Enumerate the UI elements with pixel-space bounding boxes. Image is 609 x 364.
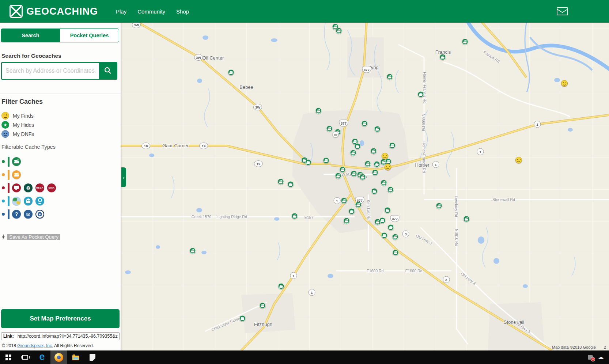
traditional-cache-marker[interactable] — [418, 91, 424, 98]
traditional-cache-marker[interactable] — [440, 54, 446, 60]
task-view-icon — [22, 355, 28, 360]
traditional-cache-marker[interactable] — [392, 234, 398, 240]
route-shield-19: 19 — [199, 143, 208, 149]
traditional-cache-marker[interactable] — [351, 171, 357, 177]
found-smiley-marker[interactable] — [385, 164, 391, 170]
traditional-cache-marker[interactable] — [335, 173, 341, 179]
traditional-cache-marker[interactable] — [393, 250, 399, 256]
filter-row-my-finds[interactable]: My Finds — [1, 111, 34, 120]
traditional-cache-marker[interactable] — [387, 74, 393, 80]
messages-envelope-icon[interactable] — [557, 7, 568, 15]
road-label: Kerr Lab Rd — [366, 200, 371, 221]
sidebar-collapse-chevron-icon[interactable]: ‹ — [121, 167, 126, 187]
firefox-icon-tile[interactable] — [50, 350, 67, 364]
traditional-cache-marker[interactable] — [372, 170, 378, 176]
traditional-cache-marker[interactable] — [239, 315, 246, 322]
filter-caches-heading: Filter Caches — [1, 98, 43, 106]
geocaching-logo[interactable]: GEOCACHING — [10, 5, 98, 18]
webcam-cache-icon[interactable] — [35, 197, 44, 205]
traditional-cache-marker[interactable] — [260, 303, 266, 309]
traditional-cache-marker[interactable] — [341, 198, 347, 204]
earthcache-cache-icon[interactable] — [12, 197, 21, 205]
letterbox-cache-icon[interactable]: ✉ — [24, 210, 33, 219]
task-view-icon-tile[interactable] — [17, 350, 34, 364]
nav-item-community[interactable]: Community — [132, 5, 171, 18]
traditional-cache-marker[interactable] — [349, 208, 355, 215]
town-label-fitzhugh: Fitzhugh — [254, 322, 272, 327]
traditional-cache-marker[interactable] — [355, 143, 361, 149]
traditional-cache-marker[interactable] — [278, 179, 284, 185]
traditional-cache-marker[interactable] — [326, 126, 333, 132]
filter-row-my-hides[interactable]: ★My Hides — [1, 120, 34, 129]
search-input[interactable] — [2, 63, 99, 79]
traditional-cache-marker[interactable] — [371, 188, 378, 194]
traditional-cache-marker[interactable] — [278, 283, 284, 289]
traditional-cache-marker[interactable] — [371, 148, 377, 154]
search-row — [1, 62, 117, 80]
set-map-preferences-button[interactable]: Set Map Preferences — [1, 309, 120, 328]
multi-cache-icon[interactable] — [12, 170, 21, 179]
traditional-cache-marker[interactable] — [365, 161, 371, 167]
traditional-cache-marker[interactable] — [388, 224, 394, 231]
map-link-input[interactable] — [16, 333, 119, 340]
site-header: GEOCACHING PlayCommunityShop — [0, 0, 609, 23]
tab-pocket-queries[interactable]: Pocket Queries — [60, 29, 119, 42]
traditional-cache-marker[interactable] — [362, 121, 368, 127]
found-smiley-marker[interactable] — [382, 153, 388, 159]
traditional-cache-marker[interactable] — [385, 207, 391, 213]
traditional-cache-marker[interactable] — [288, 181, 294, 187]
tray-app-error-icon[interactable] — [588, 355, 593, 360]
edge-icon-tile[interactable]: e — [34, 350, 50, 364]
mega-cache-icon[interactable]: MEGA — [35, 183, 44, 192]
traditional-cache-marker[interactable] — [228, 69, 234, 76]
groundspeak-link[interactable]: Groundspeak, Inc. — [17, 343, 53, 348]
file-explorer-icon-tile[interactable] — [67, 350, 84, 364]
map-canvas[interactable]: Oil CenterByngBebeeGaar CornerAdaHomerFr… — [121, 23, 609, 350]
traditional-cache-marker[interactable] — [387, 187, 394, 193]
giga-cache-icon[interactable]: GIGA — [47, 183, 56, 192]
traditional-cache-marker[interactable] — [374, 161, 380, 167]
disabled-cache-marker[interactable] — [333, 132, 339, 138]
wherigo-cache-icon[interactable] — [35, 210, 44, 219]
search-button[interactable] — [99, 63, 117, 79]
traditional-cache-marker[interactable] — [375, 219, 381, 225]
save-as-pocket-query[interactable]: Save As Pocket Query — [1, 234, 60, 240]
virtual-cache-icon[interactable] — [24, 197, 33, 205]
frown-dnf-icon — [1, 130, 9, 138]
traditional-cache-marker[interactable] — [374, 126, 381, 132]
traditional-cache-marker[interactable] — [381, 180, 387, 186]
onedrive-cloud-icon[interactable]: ☁ — [598, 353, 604, 361]
traditional-cache-marker[interactable] — [336, 28, 342, 34]
nav-item-shop[interactable]: Shop — [171, 5, 194, 18]
traditional-cache-marker[interactable] — [340, 167, 346, 173]
traditional-cache-marker[interactable] — [344, 218, 350, 224]
traditional-cache-marker[interactable] — [389, 143, 396, 149]
traditional-cache-marker[interactable] — [292, 213, 298, 219]
geocaching-logo-text: GEOCACHING — [26, 6, 98, 17]
filterable-types-heading: Filterable Cache Types — [1, 144, 56, 150]
traditional-cache-marker[interactable] — [355, 202, 362, 208]
traditional-cache-marker[interactable] — [436, 203, 442, 209]
traditional-cache-marker[interactable] — [305, 159, 311, 166]
cito-cache-icon[interactable]: ♻ — [24, 183, 33, 192]
nav-item-play[interactable]: Play — [110, 5, 132, 18]
filter-row-my-dnfs[interactable]: My DNFs — [1, 129, 34, 139]
event-cache-icon[interactable] — [12, 183, 21, 192]
traditional-cache-marker[interactable] — [462, 39, 468, 45]
sidebar: Search Pocket Queries Search for Geocach… — [0, 23, 121, 350]
sidebar-bottom: Set Map Preferences Link: © 2018 Grounds… — [0, 309, 121, 350]
found-smiley-marker[interactable] — [515, 157, 522, 163]
traditional-cache-marker[interactable] — [381, 232, 387, 239]
traditional-cache-marker[interactable] — [350, 150, 356, 156]
tab-search[interactable]: Search — [1, 29, 60, 42]
traditional-cache-marker[interactable] — [360, 174, 366, 180]
traditional-cache-icon[interactable] — [12, 157, 21, 166]
traditional-cache-marker[interactable] — [190, 248, 196, 254]
mystery-cache-icon[interactable]: ? — [12, 210, 21, 219]
found-smiley-marker[interactable] — [561, 80, 568, 87]
traditional-cache-marker[interactable] — [323, 158, 329, 164]
start-button-tile[interactable] — [0, 350, 17, 364]
notepad-icon-tile[interactable] — [84, 350, 101, 364]
traditional-cache-marker[interactable] — [315, 108, 322, 114]
traditional-cache-marker[interactable] — [464, 216, 470, 222]
